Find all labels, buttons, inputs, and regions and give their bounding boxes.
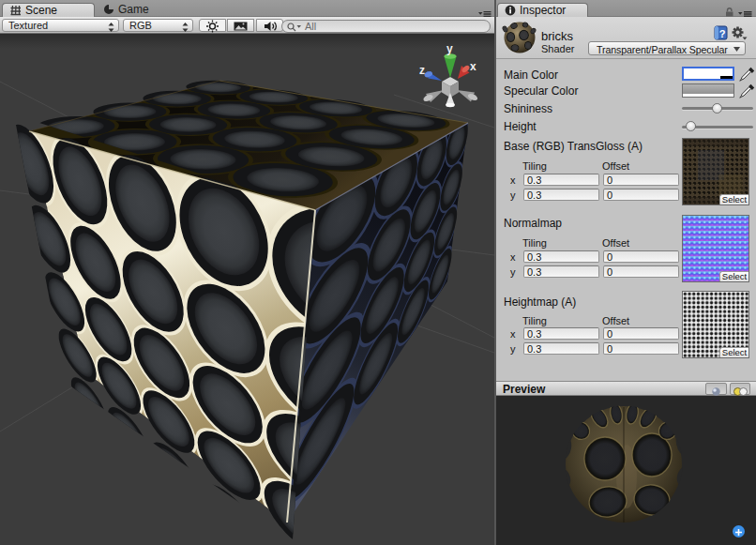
svg-text:z: z	[419, 64, 425, 77]
svg-text:y: y	[446, 42, 453, 55]
svg-text:?: ?	[719, 28, 726, 39]
svg-text:x: x	[470, 60, 476, 73]
